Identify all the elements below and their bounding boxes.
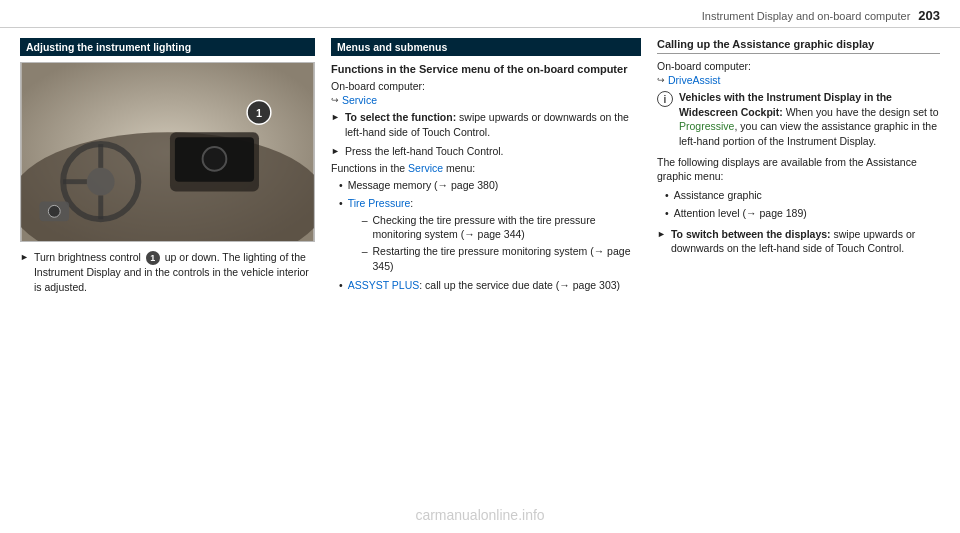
sub-item-1: – Checking the tire pressure with the ti… (362, 213, 641, 242)
mid-nav-item: ↪ Service (331, 94, 641, 106)
sub-dash-2: – (362, 244, 368, 259)
right-arrow-list: ► To switch between the displays: swipe … (657, 227, 940, 256)
mid-onboard-label: On-board computer: (331, 80, 641, 92)
switch-bold: To switch between the displays: (671, 228, 831, 240)
nav-arrow-icon: ↪ (331, 95, 339, 105)
right-dot-2: • (665, 206, 669, 221)
mid-arrow-item-1: ► To select the function: swipe upwards … (331, 110, 641, 139)
bullet-text-2: Tire Pressure: – Checking the tire press… (348, 196, 641, 275)
mid-nav-link[interactable]: Service (342, 94, 377, 106)
svg-point-3 (87, 168, 115, 196)
bullet-item-2: • Tire Pressure: – Checking the tire pre… (339, 196, 641, 275)
page-number: 203 (918, 8, 940, 23)
car-interior-svg: 1 (21, 63, 314, 241)
bullet-dot-3: • (339, 278, 343, 293)
left-section-title: Adjusting the instrument lighting (20, 38, 315, 56)
info-bold: Vehicles with the Instrument Display in … (679, 91, 892, 118)
footer-watermark: carmanualonline.info (415, 507, 544, 523)
bullet-item-1: • Message memory (→ page 380) (339, 178, 641, 193)
mid-arrow-item-2: ► Press the left-hand Touch Control. (331, 144, 641, 159)
right-bullet-list: • Assistance graphic • Attention level (… (657, 188, 940, 220)
right-nav-link[interactable]: DriveAssist (668, 74, 721, 86)
left-bullet-list: ► Turn brightness control 1 up or down. … (20, 250, 315, 295)
bullet-item-3: • ASSYST PLUS: call up the service due d… (339, 278, 641, 293)
following-text: The following displays are available fro… (657, 155, 940, 184)
progressive-link[interactable]: Progressive (679, 120, 734, 132)
right-onboard-label: On-board computer: (657, 60, 940, 72)
mid-bullet-list: • Message memory (→ page 380) • Tire Pre… (331, 178, 641, 293)
content-area: Adjusting the instrument lighting (0, 28, 960, 523)
right-nav-arrow-icon: ↪ (657, 75, 665, 85)
info-text: Vehicles with the Instrument Display in … (679, 90, 940, 149)
middle-column: Menus and submenus Functions in the Serv… (331, 38, 641, 513)
functions-label: Functions in the Service menu: (331, 162, 641, 174)
mid-arrow-text-1: To select the function: swipe upwards or… (345, 110, 641, 139)
info-icon: i (657, 91, 673, 107)
page-header: Instrument Display and on-board computer… (0, 0, 960, 28)
page-container: Instrument Display and on-board computer… (0, 0, 960, 533)
bullet-dot-2: • (339, 196, 343, 211)
instrument-image: 1 (20, 62, 315, 242)
right-arrow-text: To switch between the displays: swipe up… (671, 227, 940, 256)
service-link[interactable]: Service (408, 162, 443, 174)
mid-arrow-text-2: Press the left-hand Touch Control. (345, 144, 504, 159)
sub-bullet-list-tire: – Checking the tire pressure with the ti… (348, 213, 641, 274)
sub-dash-1: – (362, 213, 368, 228)
arrow-icon: ► (20, 251, 29, 264)
svg-text:1: 1 (256, 107, 262, 119)
right-section-title: Calling up the Assistance graphic displa… (657, 38, 940, 54)
subsection-heading: Functions in the Service menu of the on-… (331, 62, 641, 76)
bullet-dot-1: • (339, 178, 343, 193)
left-item-text: Turn brightness control 1 up or down. Th… (34, 250, 315, 295)
menu-section-title: Menus and submenus (331, 38, 641, 56)
left-list-item: ► Turn brightness control 1 up or down. … (20, 250, 315, 295)
svg-point-9 (203, 147, 227, 171)
right-nav-item: ↪ DriveAssist (657, 74, 940, 86)
right-arrow-item-1: ► To switch between the displays: swipe … (657, 227, 940, 256)
header-subtitle: Instrument Display and on-board computer (702, 10, 911, 22)
sub-item-2: – Restarting the tire pressure monitorin… (362, 244, 641, 273)
right-dot-1: • (665, 188, 669, 203)
info-box: i Vehicles with the Instrument Display i… (657, 90, 940, 149)
bullet-text-3: ASSYST PLUS: call up the service due dat… (348, 278, 620, 293)
control-badge: 1 (146, 251, 160, 265)
assyst-link[interactable]: ASSYST PLUS (348, 279, 420, 291)
sub-text-2: Restarting the tire pressure monitoring … (373, 244, 641, 273)
tri-icon-1: ► (331, 111, 340, 124)
tri-icon-2: ► (331, 145, 340, 158)
bullet-text-1: Message memory (→ page 380) (348, 178, 499, 193)
right-bullet-2: • Attention level (→ page 189) (665, 206, 940, 221)
left-column: Adjusting the instrument lighting (20, 38, 315, 513)
right-column: Calling up the Assistance graphic displa… (657, 38, 940, 513)
tire-pressure-link[interactable]: Tire Pressure (348, 197, 411, 209)
right-bullet-text-2: Attention level (→ page 189) (674, 206, 807, 221)
sub-text-1: Checking the tire pressure with the tire… (373, 213, 641, 242)
right-bullet-text-1: Assistance graphic (674, 188, 762, 203)
svg-point-13 (48, 205, 60, 217)
right-tri-icon: ► (657, 228, 666, 241)
mid-arrow-list: ► To select the function: swipe upwards … (331, 110, 641, 158)
right-bullet-1: • Assistance graphic (665, 188, 940, 203)
